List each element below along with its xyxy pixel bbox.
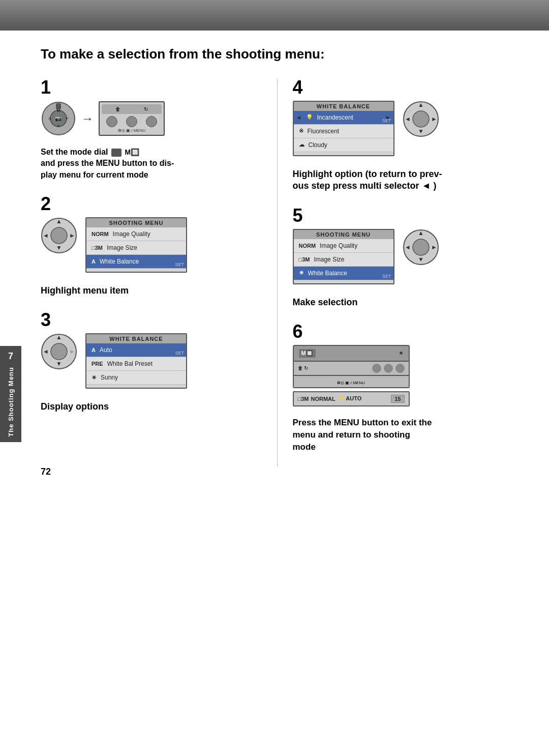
step-4-menu-title: WHITE BALANCE bbox=[294, 102, 393, 111]
step-2-screen: SHOOTING MENU NORM Image Quality □3M Ima… bbox=[85, 217, 187, 275]
svg-text:📷: 📷 bbox=[55, 115, 62, 122]
step-5-block: 5 SHOOTING MENU NORM Image Quality □3M I… bbox=[293, 207, 519, 308]
step-4-screen: WHITE BALANCE ◄ 💡 Incandescent ► SET ※ F… bbox=[293, 101, 394, 158]
step-6-caption-3: mode bbox=[293, 442, 316, 452]
step-4-block: 4 WHITE BALANCE ◄ 💡 Incandescent ► SET bbox=[293, 78, 519, 192]
tab-label: The Shooting Menu bbox=[7, 367, 15, 437]
step-4-number: 4 bbox=[293, 78, 519, 97]
arrow-right-icon: → bbox=[81, 111, 94, 126]
svg-text:▼: ▼ bbox=[56, 360, 62, 367]
step-2-item-2: □3M Image Size bbox=[86, 241, 186, 255]
svg-text:▼: ▼ bbox=[56, 244, 62, 251]
step-2-block: 2 ▲ ▼ ◄ ► bbox=[41, 195, 267, 297]
step-2-item-1: NORM Image Quality bbox=[86, 227, 186, 241]
step-5-screen: SHOOTING MENU NORM Image Quality □3M Ima… bbox=[293, 229, 394, 286]
step-4-caption-1: Highlight option (to return to prev- bbox=[293, 169, 442, 179]
step-2-dial: ▲ ▼ ◄ ► bbox=[41, 217, 77, 256]
svg-text:►: ► bbox=[431, 244, 437, 251]
svg-text:▲: ▲ bbox=[56, 218, 62, 225]
step-5-item-2: □3M Image Size bbox=[294, 253, 393, 267]
step-3-item-2: PRE White Bal Preset bbox=[86, 357, 186, 371]
step-1-caption-3: play menu for current mode bbox=[41, 170, 148, 179]
svg-text:S: S bbox=[48, 117, 51, 121]
step-5-item-1: NORM Image Quality bbox=[294, 239, 393, 253]
svg-text:▼: ▼ bbox=[418, 128, 424, 135]
svg-text:P: P bbox=[66, 117, 68, 121]
left-tab: 7 The Shooting Menu bbox=[0, 346, 21, 442]
svg-text:◄: ◄ bbox=[43, 348, 49, 355]
step-6-block: 6 M🔲 ☀ 🗑 ↻ bbox=[293, 323, 519, 453]
svg-point-21 bbox=[413, 111, 429, 127]
step-6-status-3m: □3M bbox=[298, 396, 309, 402]
svg-text:▲: ▲ bbox=[418, 101, 424, 108]
top-bar bbox=[0, 0, 549, 31]
step-1-number: 1 bbox=[41, 78, 267, 97]
controller-dial-icon: ▲ ▼ ◄ ► bbox=[41, 217, 77, 254]
step-3-caption: Display options bbox=[41, 401, 267, 413]
step-2-menu-title: SHOOTING MENU bbox=[86, 218, 186, 227]
step-3-number: 3 bbox=[41, 311, 267, 329]
step-2-item-3: A White Balance SET bbox=[86, 255, 186, 269]
step-4-item-3: ☁ Cloudy bbox=[294, 138, 393, 152]
step-3-menu-title: WHITE BALANCE bbox=[86, 334, 186, 343]
step-4-caption-2: ous step press multi selector ◄ ) bbox=[293, 181, 437, 191]
svg-text:▼: ▼ bbox=[418, 256, 424, 263]
controller-dial-5-icon: ▲ ▼ ◄ ► bbox=[403, 229, 439, 266]
step-5-caption: Make selection bbox=[293, 297, 519, 308]
svg-text:◄: ◄ bbox=[43, 232, 49, 239]
step-3-item-3: ☀ Sunny bbox=[86, 371, 186, 385]
controller-dial-4-icon: ▲ ▼ ◄ ► bbox=[403, 101, 439, 137]
controller-dial-3-icon: ▲ ▼ ◄ ► bbox=[41, 333, 77, 370]
page-number: 72 bbox=[41, 467, 51, 477]
step-5-menu-title: SHOOTING MENU bbox=[294, 230, 393, 239]
step-4-item-1: ◄ 💡 Incandescent ► SET bbox=[294, 111, 393, 125]
step-6-status-auto: ⚡ AUTO bbox=[338, 395, 362, 402]
svg-text:◄: ◄ bbox=[405, 244, 411, 251]
svg-text:▲: ▲ bbox=[418, 229, 424, 237]
step-4-item-2: ※ Fluorescent bbox=[294, 125, 393, 138]
step-4-dial: ▲ ▼ ◄ ► bbox=[403, 101, 439, 139]
step-3-screen: WHITE BALANCE A Auto SET PRE White Bal P… bbox=[85, 333, 187, 391]
step-6-camera-display: M🔲 ☀ 🗑 ↻ ✿ bbox=[293, 345, 410, 406]
svg-text:►: ► bbox=[69, 232, 75, 239]
step-6-caption-1: Press the MENU button to exit the bbox=[293, 418, 432, 427]
svg-text:A: A bbox=[57, 124, 60, 128]
step-6-status-count: 15 bbox=[391, 395, 404, 403]
step-5-number: 5 bbox=[293, 207, 519, 225]
svg-text:▲: ▲ bbox=[56, 334, 62, 341]
page-title: To make a selection from the shooting me… bbox=[41, 46, 518, 63]
mode-dial-icon: M A S P 📷 bbox=[41, 101, 76, 136]
step-2-number: 2 bbox=[41, 195, 267, 213]
step-1-caption-2: and press the MENU button to dis- bbox=[41, 159, 174, 167]
svg-text:►: ► bbox=[431, 115, 437, 123]
step-1-menu-screen: 🗑 ↻ ✿◎ ▣:/ MENU bbox=[99, 101, 165, 136]
step-6-caption-2: menu and return to shooting bbox=[293, 430, 410, 440]
step-3-item-1: A Auto SET bbox=[86, 343, 186, 357]
step-6-status-normal: NORMAL bbox=[311, 396, 335, 402]
svg-text:◄: ◄ bbox=[405, 115, 411, 123]
step-6-number: 6 bbox=[293, 323, 519, 341]
step-3-block: 3 ▲ ▼ ◄ ► WHITE BAL bbox=[41, 311, 267, 413]
svg-point-9 bbox=[51, 227, 67, 244]
step-2-caption: Highlight menu item bbox=[41, 285, 267, 297]
svg-text:►: ► bbox=[69, 348, 75, 355]
svg-point-27 bbox=[413, 239, 429, 255]
step-1-caption-1: Set the mode dial bbox=[41, 148, 108, 156]
step-5-item-3: ☀ White Balance SET bbox=[294, 267, 393, 280]
step-3-dial: ▲ ▼ ◄ ► bbox=[41, 333, 77, 372]
svg-point-15 bbox=[51, 343, 67, 360]
step-5-dial: ▲ ▼ ◄ ► bbox=[403, 229, 439, 268]
step-1-camera-illustration: M A S P 📷 → bbox=[41, 101, 165, 136]
svg-rect-6 bbox=[56, 103, 61, 109]
step-1-block: 1 M A S P bbox=[41, 78, 267, 181]
tab-number: 7 bbox=[8, 351, 13, 362]
